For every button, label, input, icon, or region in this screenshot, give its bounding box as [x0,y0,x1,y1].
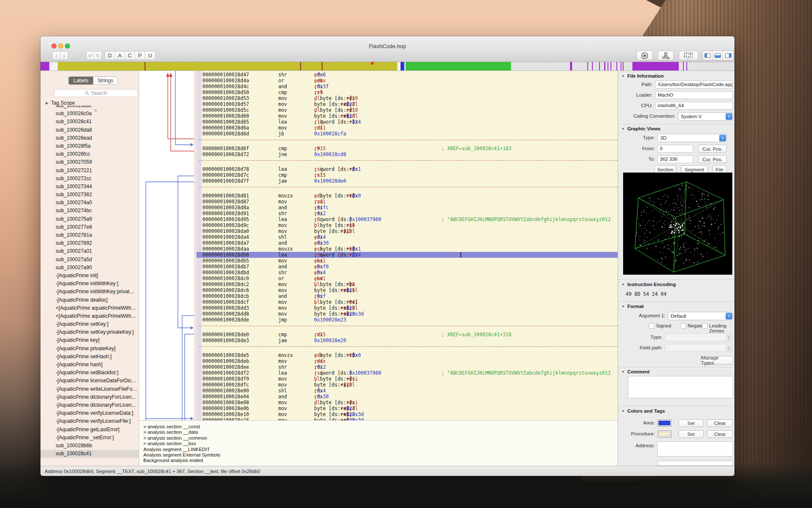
disasm-row[interactable]: 0000000100028d7ccmprsi, r15 [194,172,618,178]
argument-format-dropdown[interactable]: Default ▲▼ [668,312,733,320]
label-list-item[interactable]: -[AquaticPrime dealloc] [40,296,139,304]
section-file-information[interactable]: ▼ File Information [621,73,664,78]
disasm-row[interactable]: 0000000100028d47shredx, 0x6 [194,72,618,78]
manage-types-button[interactable]: Manage Types [701,356,733,365]
minimap-segment-purple[interactable] [40,62,49,71]
disasm-row[interactable]: 0000000100028d50cmprsi, r9 [194,89,618,95]
disasm-row[interactable]: 0000000100028de3jae0x100028e20 [194,338,618,343]
label-list-item[interactable]: sub_100026bbc [40,105,139,110]
label-list-item[interactable]: -[AquaticPrime writeLicenseFileFo… [40,385,139,393]
toggle-left-panel-button[interactable] [703,51,713,60]
label-list-item[interactable]: -[AquaticPrime dictionaryForLicen… [40,393,139,401]
label-list-item[interactable]: sub_10002781a [40,231,139,239]
disasm-row[interactable]: 0000000100028da4shledi, 0x4 [194,234,618,240]
section-colors-and-tags[interactable]: ▼ Colors and Tags [621,408,665,413]
minimap-segment-blue[interactable] [401,62,404,71]
field-path-dropdown[interactable]: ▲▼ [665,344,733,352]
disasm-row[interactable]: 0000000100028d81movzxedi, byte [ds:r13+r… [194,193,618,199]
minimap-segment-green[interactable] [406,62,511,71]
label-list-item[interactable]: -[AquaticPrime verifyLicenseData:] [40,409,139,417]
undo-button[interactable]: ↺ [86,51,94,59]
label-list-item[interactable]: sub_100026f5a [40,142,139,150]
disasm-row[interactable]: 0000000100028dc6movbyte [ds:rax+r12+0x1]… [194,287,618,293]
label-list-item[interactable]: -[AquaticPrime dictionaryForLicen… [40,401,139,409]
disasm-row[interactable]: 0000000100028d5cmovdl, byte [ds:rdi+r10] [194,107,618,113]
disasm-row[interactable]: 0000000100028d87movrsi, rdi [194,199,618,205]
label-list-item[interactable]: -[AquaticPrime _setError:] [40,434,139,442]
redo-button[interactable]: ↻ [94,51,102,59]
disasm-row[interactable]: 0000000100028deeshrrdi, 0x2 [194,364,618,370]
disassembly-pane[interactable]: 0000000100028d47shredx, 0x60000000100028… [194,71,618,420]
path-field[interactable]: /Users/bsr/Desktop/FlashCode.app/Cont [655,81,733,89]
disasm-row[interactable]: 0000000100028d4candrdi, 0x3f [194,84,618,89]
label-list-item[interactable]: sub_100026c41 [40,118,139,126]
format-type-dropdown[interactable]: ▲▼ [665,333,733,341]
disasm-row[interactable]: 0000000100028db7andebx, 0xf0 [194,264,618,270]
disasm-row[interactable]: 0000000100028d8aandrsi, 0xfc [194,205,618,211]
partial-field[interactable] [657,461,733,466]
section-comment[interactable]: ▼ Comment [621,369,650,374]
procedure-clear-button[interactable]: Clear [707,430,733,438]
disasm-row[interactable]: 0000000100028de5movzxedx, byte [ds:r13+r… [194,352,618,358]
label-list-item[interactable]: sub_1000277e8 [40,223,139,231]
analysis-log[interactable]: > analysis section __const> analysis sec… [139,420,618,466]
tab-strings[interactable]: Strings [93,77,118,84]
toggle-bottom-panel-button[interactable] [713,51,723,60]
disasm-row[interactable]: 0000000100028dbdshrebx, 0x4 [194,270,618,276]
from-cur-pos-button[interactable]: Cur. Pos. [698,145,727,153]
area-clear-button[interactable]: Clear [707,419,733,427]
transform-button-u[interactable]: U [145,51,155,59]
transform-button-c[interactable]: C [125,51,135,59]
label-list-item[interactable]: +[AquaticPrime aquaticPrimeWith… [40,312,139,320]
label-list-item[interactable]: -[AquaticPrime hash] [40,361,139,369]
disasm-row[interactable]: 0000000100028dcfmovbl, byte [ds:r8+rsi*4… [194,299,618,305]
label-list-item[interactable]: -[AquaticPrime initWithKey:privat… [40,288,139,296]
label-list-item[interactable]: sub_100026da8 [40,126,139,134]
negate-checkbox[interactable] [680,323,686,329]
label-list-item[interactable]: sub_1000274a0 [40,199,139,207]
disasm-row[interactable]: 0000000100028da0movbyte [ds:rax+r12], bl [194,228,618,234]
label-list-item[interactable]: sub_100027344 [40,183,139,191]
leading-zeroes-checkbox[interactable] [702,323,707,329]
disasm-row[interactable]: 0000000100028e16movbyte [ds:rax+r12+0x3]… [194,417,618,420]
forward-button[interactable]: › [60,51,68,59]
to-field[interactable]: 362 336 [657,155,693,163]
disasm-row[interactable]: 0000000100028dd3movbyte [ds:rax+r12+0x2]… [194,305,618,311]
disasm-row[interactable]: 0000000100028d6fcmpr9, r15; XREF=sub_100… [194,146,618,151]
disasm-row[interactable]: 0000000100028e10movbyte [ds:rax+r12+0x2]… [194,411,618,417]
cpu-field[interactable]: intel/x86_64 [655,102,733,110]
label-list-item[interactable]: sub_100027a90 [40,264,139,272]
address-tag-textarea[interactable] [657,441,733,457]
section-format[interactable]: ▼ Format [621,304,644,309]
comment-textarea[interactable] [628,376,733,398]
disasm-row[interactable]: 0000000100028dc2movbl, byte [ds:rbx+r8] [194,281,618,287]
label-list-item[interactable]: sub_1000274bc [40,207,139,215]
label-list-item[interactable]: sub_100026fcc [40,150,139,158]
back-button[interactable]: ‹ [53,51,60,59]
minimap-segment-gap[interactable] [397,62,401,71]
from-field[interactable]: 0 [657,145,693,153]
disasm-row[interactable]: 0000000100028df9movbl, byte [ds:rdi+rsi] [194,376,618,382]
tab-labels[interactable]: Labels [69,77,93,84]
label-list-item[interactable]: sub_100026ead [40,134,139,142]
loader-field[interactable]: MachO [655,91,733,99]
area-set-button[interactable]: Set [678,419,704,427]
label-list-item[interactable]: -[AquaticPrime setKey:privateKey:] [40,328,139,336]
label-list-item[interactable]: sub_100027a5d [40,256,139,264]
transform-button-p[interactable]: P [135,51,145,59]
disasm-row[interactable]: 0000000100028d6djb0x100028cfa [194,131,618,137]
label-list-item[interactable]: sub_100027059 [40,158,139,166]
graph-type-dropdown[interactable]: 3D ▲▼ [657,134,727,142]
signed-checkbox[interactable] [649,323,654,329]
procedure-set-button[interactable]: Set [678,430,704,438]
calling-convention-dropdown[interactable]: System V ▲▼ [678,112,733,121]
disasm-row[interactable]: 0000000100028e00shlrdx, 0x4 [194,388,618,394]
control-flow-graph-button[interactable] [658,51,674,60]
label-list-item[interactable]: -[AquaticPrime verifyLicenseFile:] [40,417,139,425]
label-list-item[interactable]: -[AquaticPrime initWithKey:] [40,280,139,288]
transform-button-d[interactable]: D [105,51,115,59]
disasm-row[interactable]: 0000000100028d6amovrdx, r11 [194,125,618,131]
disasm-row[interactable]: 0000000100028da7andedi, 0x30 [194,240,618,246]
disasm-row[interactable]: 0000000100028e0bmovbyte [ds:rax+r12+0x1]… [194,405,618,411]
label-list-item[interactable]: sub_100027892 [40,239,139,247]
